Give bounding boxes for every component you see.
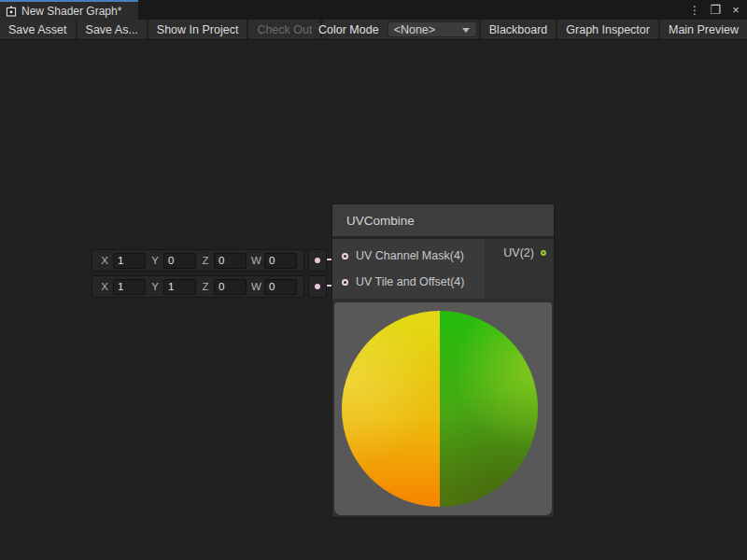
window-titlebar: New Shader Graph* ⋮ ❐ × <box>0 0 747 20</box>
color-mode-label: Color Mode <box>318 23 379 36</box>
color-mode-value: <None> <box>394 23 435 36</box>
sphere-left-half <box>342 311 440 507</box>
port-dot-icon <box>315 284 320 289</box>
graph-canvas[interactable]: X1 Y0 Z0 W0 X1 Y1 Z0 W0 UVCombine <box>0 40 747 560</box>
check-out-button: Check Out <box>248 20 322 39</box>
main-preview-button[interactable]: Main Preview <box>658 20 747 39</box>
shader-graph-window: New Shader Graph* ⋮ ❐ × Save Asset Save … <box>0 0 747 560</box>
toolbar-left-group: Save Asset Save As... Show In Project Ch… <box>0 20 322 39</box>
field-label-z: Z <box>201 255 210 266</box>
maximize-icon[interactable]: ❐ <box>708 3 723 18</box>
shader-graph-tab[interactable]: New Shader Graph* <box>0 0 138 20</box>
field-label-w: W <box>251 281 261 292</box>
kebab-menu-icon[interactable]: ⋮ <box>687 3 702 18</box>
vector4-output-port[interactable] <box>308 275 327 298</box>
save-asset-button[interactable]: Save Asset <box>0 20 78 39</box>
vector4-bar: X1 Y1 Z0 W0 <box>92 275 304 298</box>
input-port-label: UV Tile and Offset(4) <box>356 275 465 288</box>
preview-sphere <box>342 311 538 507</box>
w-field[interactable]: 0 <box>264 253 297 269</box>
close-icon[interactable]: × <box>728 3 743 18</box>
vector4-input-widget: X1 Y0 Z0 W0 <box>92 249 327 272</box>
z-field[interactable]: 0 <box>214 279 247 295</box>
input-ports-column: UV Channel Mask(4) UV Tile and Offset(4) <box>332 239 485 299</box>
input-port-icon[interactable] <box>342 279 348 286</box>
y-field[interactable]: 1 <box>163 279 196 295</box>
show-in-project-button[interactable]: Show In Project <box>148 20 249 39</box>
node-preview <box>334 302 552 515</box>
input-port-row: UV Channel Mask(4) <box>332 243 485 269</box>
x-field[interactable]: 1 <box>113 279 146 295</box>
port-dot-icon <box>315 258 320 263</box>
field-label-x: X <box>100 281 109 292</box>
output-ports-column: UV(2) <box>485 239 554 299</box>
tab-title: New Shader Graph* <box>21 5 121 18</box>
sphere-right-half <box>440 311 538 507</box>
color-mode-control: Color Mode <None> <box>318 20 477 39</box>
input-port-label: UV Channel Mask(4) <box>356 249 464 262</box>
w-field[interactable]: 0 <box>264 279 297 295</box>
z-field[interactable]: 0 <box>214 253 247 269</box>
chevron-down-icon <box>462 28 470 33</box>
y-field[interactable]: 0 <box>163 253 196 269</box>
window-controls: ⋮ ❐ × <box>687 0 743 20</box>
output-port-icon[interactable] <box>541 250 546 256</box>
toolbar-right-group: Blackboard Graph Inspector Main Preview <box>479 20 747 39</box>
toolbar: Save Asset Save As... Show In Project Ch… <box>0 20 747 40</box>
output-port-row: UV(2) <box>503 246 546 259</box>
vector4-output-port[interactable] <box>308 249 327 272</box>
output-port-label: UV(2) <box>503 246 534 259</box>
color-mode-dropdown[interactable]: <None> <box>388 21 477 37</box>
field-label-z: Z <box>201 281 210 292</box>
node-header[interactable]: UVCombine <box>332 204 554 239</box>
shader-graph-icon <box>6 6 17 17</box>
graph-inspector-button[interactable]: Graph Inspector <box>556 20 658 39</box>
uvcombine-node[interactable]: UVCombine UV Channel Mask(4) UV Tile and… <box>331 203 555 518</box>
field-label-y: Y <box>150 255 160 266</box>
field-label-x: X <box>100 255 109 266</box>
input-port-row: UV Tile and Offset(4) <box>332 269 485 295</box>
vector4-input-widget: X1 Y1 Z0 W0 <box>92 275 327 298</box>
x-field[interactable]: 1 <box>113 253 146 269</box>
field-label-w: W <box>251 255 261 266</box>
input-port-icon[interactable] <box>342 253 348 259</box>
blackboard-button[interactable]: Blackboard <box>479 20 557 39</box>
node-title: UVCombine <box>346 214 415 228</box>
save-as-button[interactable]: Save As... <box>78 20 148 39</box>
vector4-bar: X1 Y0 Z0 W0 <box>92 249 304 272</box>
node-body: UV Channel Mask(4) UV Tile and Offset(4)… <box>332 239 554 299</box>
field-label-y: Y <box>150 281 160 292</box>
